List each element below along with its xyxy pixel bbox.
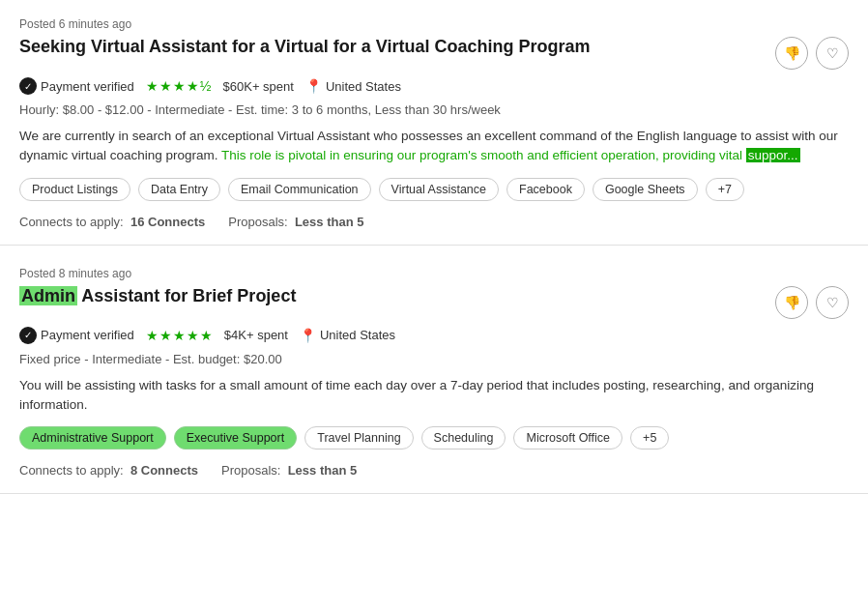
proposals-label-1: Proposals: Less than 5 (228, 215, 363, 229)
proposals-value-2: Less than 5 (288, 463, 358, 478)
heart-icon-1: ♡ (826, 45, 839, 61)
connects-row-1: Connects to apply: 16 Connects Proposals… (19, 215, 849, 229)
tag-more-1[interactable]: +7 (706, 178, 744, 201)
job-rate-2: Fixed price - Intermediate - Est. budget… (19, 352, 849, 366)
connects-label-2: Connects to apply: 8 Connects (19, 463, 198, 478)
meta-row-2: ✓ Payment verified ★ ★ ★ ★ ★ $4K+ spent … (19, 327, 849, 344)
tags-row-1: Product Listings Data Entry Email Commun… (19, 178, 849, 201)
posted-time-1: Posted 6 minutes ago (19, 17, 849, 31)
star-2-1: ★ (146, 328, 159, 343)
tag-product-listings[interactable]: Product Listings (19, 178, 130, 201)
dislike-button-1[interactable]: 👎 (775, 37, 808, 70)
job-card-1: Posted 6 minutes ago Seeking Virtual Ass… (0, 0, 868, 246)
description-highlight-text-1: This role is pivotal in ensuring our pro… (221, 148, 799, 162)
star-5-half: ½ (200, 78, 212, 94)
tag-email-communication[interactable]: Email Communication (228, 178, 371, 201)
thumbs-down-icon-1: 👎 (784, 45, 800, 61)
job-title-row-2: Admin Assistant for Brief Project 👎 ♡ (19, 286, 849, 319)
job-title-1: Seeking Virtual Assistant for a Virtual … (19, 37, 775, 57)
meta-row-1: ✓ Payment verified ★ ★ ★ ★ ½ $60K+ spent… (19, 77, 849, 95)
dislike-button-2[interactable]: 👎 (775, 286, 808, 319)
connects-row-2: Connects to apply: 8 Connects Proposals:… (19, 463, 849, 478)
tags-row-2: Administrative Support Executive Support… (19, 426, 849, 450)
proposals-label-2: Proposals: Less than 5 (221, 463, 357, 478)
job-description-1: We are currently in search of an excepti… (19, 127, 849, 166)
star-2-4: ★ (187, 328, 199, 343)
save-button-1[interactable]: ♡ (816, 37, 849, 70)
location-pin-icon-1: 📍 (305, 78, 322, 94)
tag-data-entry[interactable]: Data Entry (138, 178, 220, 201)
tag-administrative-support[interactable]: Administrative Support (19, 426, 166, 450)
connects-label-1: Connects to apply: 16 Connects (19, 215, 205, 229)
spent-2: $4K+ spent (224, 328, 288, 342)
action-buttons-1: 👎 ♡ (775, 37, 849, 70)
star-2-3: ★ (173, 328, 186, 343)
posted-time-2: Posted 8 minutes ago (19, 267, 849, 280)
connects-value-2: 8 Connects (130, 463, 198, 478)
rating-stars-1: ★ ★ ★ ★ ½ (146, 78, 212, 94)
location-pin-icon-2: 📍 (300, 328, 316, 343)
job-description-2: You will be assisting with tasks for a s… (19, 376, 849, 416)
tag-microsoft-office[interactable]: Microsoft Office (513, 426, 622, 450)
save-button-2[interactable]: ♡ (816, 286, 849, 319)
job-title-row-1: Seeking Virtual Assistant for a Virtual … (19, 37, 849, 70)
job-card-2: Posted 8 minutes ago Admin Assistant for… (0, 249, 868, 495)
tag-more-2[interactable]: +5 (630, 426, 669, 450)
payment-verified-label-2: Payment verified (41, 328, 134, 342)
payment-verified-2: ✓ Payment verified (19, 327, 134, 344)
thumbs-down-icon-2: 👎 (784, 295, 800, 310)
star-4: ★ (187, 78, 199, 94)
location-2: 📍 United States (300, 328, 395, 343)
payment-verified-label-1: Payment verified (41, 79, 134, 94)
payment-verified-1: ✓ Payment verified (19, 77, 134, 95)
job-title-2: Admin Assistant for Brief Project (19, 286, 775, 306)
tag-travel-planning[interactable]: Travel Planning (304, 426, 413, 450)
location-text-2: United States (320, 328, 395, 342)
connects-value-1: 16 Connects (130, 215, 205, 229)
tag-facebook[interactable]: Facebook (506, 178, 585, 201)
title-rest-2: Assistant for Brief Project (77, 286, 296, 305)
tag-virtual-assistance[interactable]: Virtual Assistance (379, 178, 499, 201)
proposals-value-1: Less than 5 (295, 215, 364, 229)
star-2: ★ (159, 78, 172, 94)
spent-1: $60K+ spent (223, 79, 294, 94)
star-1: ★ (146, 78, 159, 94)
verified-icon-1: ✓ (19, 77, 37, 95)
action-buttons-2: 👎 ♡ (775, 286, 849, 319)
rating-stars-2: ★ ★ ★ ★ ★ (146, 328, 213, 343)
location-1: 📍 United States (305, 78, 401, 94)
star-3: ★ (173, 78, 186, 94)
verified-icon-2: ✓ (19, 327, 37, 344)
job-rate-1: Hourly: $8.00 - $12.00 - Intermediate - … (19, 102, 849, 117)
tag-executive-support[interactable]: Executive Support (174, 426, 297, 450)
star-2-2: ★ (159, 328, 172, 343)
tag-google-sheets[interactable]: Google Sheets (593, 178, 698, 201)
title-highlight-admin: Admin (19, 286, 77, 305)
tag-scheduling[interactable]: Scheduling (421, 426, 506, 450)
star-2-5: ★ (200, 328, 213, 343)
location-text-1: United States (326, 79, 401, 94)
suppor-highlight: suppor... (746, 148, 800, 162)
heart-icon-2: ♡ (826, 295, 839, 310)
